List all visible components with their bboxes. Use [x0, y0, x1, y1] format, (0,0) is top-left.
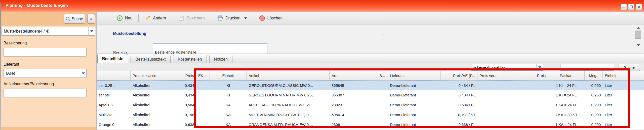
cell: 0,434 / FL: [441, 81, 477, 90]
minus-circle-icon: −: [259, 15, 265, 21]
table-row[interactable]: Apfel 0,2 lAlkoholfrei0,584KAAPFELSAFT 1…: [97, 100, 644, 110]
bezeichnung-label: Bezeichnung: [4, 41, 27, 45]
form-panel: Musterbestellung Bereich Bestellende Kos…: [97, 24, 644, 54]
column-header-preis[interactable]: Preis: [177, 71, 196, 80]
sidebar-search-button[interactable]: Suche: [64, 14, 85, 23]
search-icon: [66, 17, 70, 21]
tab-panel: BestelllisteBestellzusatztextKostenstell…: [97, 54, 644, 130]
column-header-einheit[interactable]: Einheit: [603, 71, 628, 80]
sidebar-collapse-button[interactable]: «: [87, 14, 95, 23]
table-row[interactable]: ser still ...Alkoholfrei0,434KIGEROLST.G…: [97, 90, 644, 100]
cell: 0,434: [177, 90, 196, 100]
bezeichnung-input[interactable]: [4, 48, 87, 57]
toolbar-button-label: Speichern: [187, 16, 205, 20]
cell: Orange 0...: [97, 120, 131, 129]
table-row[interactable]: ser 0,25 ...Alkoholfrei0,434KIGEROLST.GO…: [97, 81, 644, 90]
cell: KA: [210, 110, 247, 120]
artikelnummer-input[interactable]: [4, 89, 87, 97]
column-header-filler: [628, 71, 644, 80]
cell: Liter: [603, 120, 628, 129]
column-header-einheit[interactable]: Einheit: [210, 71, 247, 80]
application-window: Planung - Musterbestellungen × Suche « M…: [0, 0, 644, 130]
sidebar-bottom-band: [1, 127, 96, 130]
column-header-artnr[interactable]: Artnr: [330, 71, 377, 80]
speichern-button[interactable]: Speichern: [176, 14, 207, 23]
tab-kostenstellen[interactable]: Kostenstellen: [173, 55, 207, 63]
cell: [377, 120, 388, 129]
cell: [515, 90, 548, 100]
lieferant-select[interactable]: (Alle): [4, 69, 87, 78]
scrollbar-thumb[interactable]: [635, 31, 641, 39]
chevron-down-icon[interactable]: [80, 69, 86, 77]
scroll-down-icon[interactable]: [637, 44, 640, 46]
cell-filler: [628, 81, 644, 90]
search-sidebar: Suche « Musterbestellungen(4 / 4) Bezeic…: [1, 12, 96, 130]
column-header-b[interactable]: B...: [377, 71, 388, 80]
window-title: Planung - Musterbestellungen: [6, 3, 68, 8]
close-button[interactable]: ×: [636, 4, 642, 10]
ndern-button[interactable]: Ändern: [142, 14, 169, 23]
minimize-button[interactable]: [621, 4, 627, 10]
tab-notizen[interactable]: Notizen: [209, 55, 232, 63]
cell: [377, 110, 388, 120]
cell: Liter: [603, 110, 628, 120]
column-header-lieferant[interactable]: Lieferant: [388, 71, 441, 80]
table-search-button[interactable]: Suche: [619, 64, 640, 71]
neu-button[interactable]: +Neu: [114, 14, 135, 23]
cell: [477, 90, 515, 100]
toolbar-button-label: Ändern: [153, 16, 166, 20]
cell: Demo-Lieferant: [388, 120, 441, 129]
cell: 1 KI = 24 FL: [548, 90, 585, 100]
lieferant-select-value: (Alle): [4, 71, 80, 76]
tab-bestellliste[interactable]: Bestellliste: [97, 54, 128, 63]
column-header-ek[interactable]: EK...: [196, 71, 210, 80]
table-row[interactable]: Multivita...Alkoholfrei0,198KAMULTIVITAM…: [97, 110, 644, 120]
toolbar: +NeuÄndernSpeichernDrucken−Löschen: [97, 12, 644, 24]
cell: Alkoholfrei: [131, 90, 177, 100]
column-header-artikel[interactable]: Artikel: [247, 71, 330, 80]
restore-icon: [630, 6, 633, 8]
scroll-up-icon[interactable]: [637, 27, 640, 29]
restore-button[interactable]: [628, 4, 634, 10]
filter-select-value: -- keine Auswahl --: [471, 65, 536, 69]
cell: ser 0,25 ...: [97, 81, 131, 90]
cell: Liter: [603, 90, 628, 100]
cell: [196, 100, 210, 110]
cell: 0,584: [177, 100, 196, 110]
column-header-preis-ae-p[interactable]: Preis/AE (P...: [441, 71, 477, 80]
lschen-button[interactable]: −Löschen: [257, 14, 285, 23]
column-header-preis[interactable]: Preis: [515, 71, 548, 80]
printer-icon: [217, 15, 223, 21]
column-header-mng[interactable]: Mng....: [585, 71, 603, 80]
cell: [515, 81, 548, 90]
chevron-down-icon[interactable]: [88, 27, 95, 35]
table-row[interactable]: Orange 0...Alkoholfrei0,638KAORANGENSA.M…: [97, 120, 644, 130]
tab-bestellzusatztext[interactable]: Bestellzusatztext: [131, 55, 170, 63]
cell: Demo-Lieferant: [388, 110, 441, 120]
cell: Alkoholfrei: [131, 120, 177, 129]
bereich-select[interactable]: Bestellende Kostenstelle: [153, 43, 267, 54]
cell: [477, 81, 515, 90]
cell: 1 KA = 30 ST: [548, 110, 585, 120]
cell: Liter: [603, 81, 628, 90]
cell: MULTIVITAMIN FRUCHTSA.TGQ.0,...: [247, 110, 330, 120]
column-header-produktklasse[interactable]: Produktklasse: [131, 71, 177, 80]
bereich-select-value: Bestellende Kostenstelle: [153, 43, 267, 54]
chevron-down-icon[interactable]: [536, 64, 543, 70]
column-header-packart[interactable]: Packart: [548, 71, 585, 80]
cell: KA: [210, 100, 247, 110]
cell: KA: [210, 120, 247, 129]
table-body: ser 0,25 ...Alkoholfrei0,434KIGEROLST.GO…: [97, 81, 644, 130]
title-bar: Planung - Musterbestellungen ×: [0, 0, 644, 12]
window-controls: ×: [621, 4, 642, 10]
drucken-button[interactable]: Drucken: [215, 14, 249, 23]
form-vertical-scrollbar: [635, 27, 641, 47]
table-search-input[interactable]: [560, 64, 614, 71]
cell: [477, 120, 515, 129]
column-header-0[interactable]: [97, 71, 131, 80]
musterbestellungen-selector[interactable]: Musterbestellungen(4 / 4): [2, 27, 95, 36]
cell: GEROLST.GOURM.NATUR MW 0,25L: [247, 90, 330, 100]
filter-select[interactable]: -- keine Auswahl --: [471, 64, 543, 71]
cell: KI: [210, 90, 247, 100]
column-header-preis-ver[interactable]: Preis ver...: [477, 71, 515, 80]
